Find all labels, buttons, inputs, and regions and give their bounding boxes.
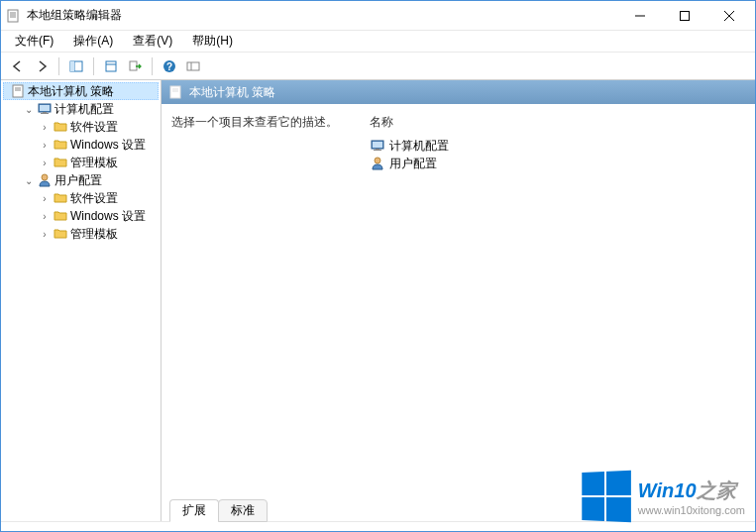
- menu-file[interactable]: 文件(F): [5, 31, 63, 52]
- export-button[interactable]: [124, 55, 146, 77]
- toolbar-separator: [93, 57, 94, 75]
- app-icon: [5, 8, 21, 24]
- computer-icon: [370, 138, 385, 154]
- forward-button[interactable]: [31, 55, 53, 77]
- menu-view[interactable]: 查看(V): [123, 31, 182, 52]
- close-button[interactable]: [706, 2, 751, 30]
- svg-rect-0: [8, 10, 18, 22]
- toolbar-separator: [152, 57, 153, 75]
- main-window: 本地组策略编辑器 文件(F) 操作(A) 查看(V) 帮助(H): [0, 0, 756, 532]
- collapse-icon[interactable]: ⌄: [23, 175, 35, 186]
- menu-help[interactable]: 帮助(H): [182, 31, 243, 52]
- svg-text:?: ?: [166, 61, 172, 72]
- tree-label: 管理模板: [70, 155, 118, 171]
- user-icon: [37, 172, 53, 188]
- tree-windows-settings[interactable]: › Windows 设置: [35, 136, 159, 154]
- show-hide-tree-button[interactable]: [65, 55, 87, 77]
- svg-rect-23: [43, 112, 47, 113]
- tree-label: 计算机配置: [54, 101, 114, 118]
- tree-user-config[interactable]: ⌄ 用户配置: [19, 171, 159, 189]
- folder-icon: [53, 137, 68, 153]
- tree-label: 管理模板: [70, 226, 118, 243]
- tree-computer-config[interactable]: ⌄ 计算机配置: [19, 100, 159, 118]
- back-button[interactable]: [7, 55, 29, 77]
- minimize-button[interactable]: [617, 2, 662, 30]
- statusbar: [1, 521, 755, 531]
- expand-icon[interactable]: ›: [39, 193, 51, 204]
- menubar: 文件(F) 操作(A) 查看(V) 帮助(H): [1, 31, 755, 53]
- list-item-label: 计算机配置: [389, 138, 449, 155]
- svg-point-25: [42, 174, 48, 180]
- expand-icon[interactable]: ›: [39, 158, 51, 168]
- expand-icon[interactable]: ›: [39, 140, 51, 151]
- menu-action[interactable]: 操作(A): [63, 31, 123, 52]
- tree-label: 本地计算机 策略: [28, 83, 114, 100]
- tree-label: 软件设置: [70, 190, 118, 207]
- watermark-url: www.win10xitong.com: [638, 504, 745, 516]
- properties-button[interactable]: [100, 55, 122, 77]
- tree-panel[interactable]: 本地计算机 策略 ⌄ 计算机配置 › 软件设置: [1, 80, 162, 521]
- details-title: 本地计算机 策略: [189, 84, 275, 101]
- description-text: 选择一个项目来查看它的描述。: [171, 114, 370, 131]
- content-area: 本地计算机 策略 ⌄ 计算机配置 › 软件设置: [1, 80, 755, 521]
- tree-label: Windows 设置: [70, 137, 146, 154]
- help-button[interactable]: ?: [159, 55, 180, 77]
- computer-icon: [37, 101, 53, 117]
- titlebar: 本地组策略编辑器: [1, 1, 755, 31]
- name-column: 名称 计算机配置 用户配置: [370, 114, 745, 489]
- tree-software-settings[interactable]: › 软件设置: [35, 189, 159, 207]
- watermark: Win10之家 www.win10xitong.com: [581, 472, 745, 521]
- expand-icon[interactable]: ›: [39, 122, 51, 133]
- windows-logo-icon: [582, 471, 631, 522]
- tab-extended[interactable]: 扩展: [169, 499, 219, 522]
- watermark-brand: Win10之家: [638, 478, 745, 504]
- maximize-button[interactable]: [662, 2, 706, 30]
- tree-root[interactable]: 本地计算机 策略: [3, 82, 159, 100]
- collapse-icon[interactable]: ⌄: [23, 104, 35, 115]
- svg-rect-18: [13, 85, 23, 97]
- svg-rect-26: [170, 86, 180, 98]
- toolbar-separator: [58, 57, 59, 75]
- tree-admin-templates[interactable]: › 管理模板: [35, 225, 159, 243]
- svg-rect-30: [373, 142, 382, 148]
- tree-windows-settings[interactable]: › Windows 设置: [35, 207, 159, 225]
- svg-rect-31: [376, 149, 379, 150]
- folder-icon: [53, 155, 68, 170]
- filter-button[interactable]: [182, 55, 204, 77]
- expand-icon[interactable]: ›: [39, 229, 51, 240]
- window-title: 本地组策略编辑器: [27, 7, 617, 24]
- policy-icon: [10, 83, 26, 99]
- tree-label: 软件设置: [70, 119, 118, 136]
- name-column-header: 名称: [370, 114, 745, 131]
- svg-rect-11: [106, 61, 116, 71]
- toolbar: ?: [1, 53, 755, 80]
- expand-icon[interactable]: ›: [39, 211, 51, 222]
- tree-admin-templates[interactable]: › 管理模板: [35, 154, 159, 171]
- details-panel: 本地计算机 策略 选择一个项目来查看它的描述。 名称 计算机配置: [162, 80, 755, 521]
- svg-rect-5: [680, 11, 689, 20]
- description-column: 选择一个项目来查看它的描述。: [171, 114, 370, 489]
- tree-software-settings[interactable]: › 软件设置: [35, 118, 159, 136]
- list-item-label: 用户配置: [389, 156, 437, 172]
- folder-icon: [53, 190, 68, 206]
- tree-label: Windows 设置: [70, 208, 146, 225]
- list-item-computer-config[interactable]: 计算机配置: [370, 137, 745, 155]
- tab-standard[interactable]: 标准: [218, 499, 268, 522]
- svg-rect-24: [41, 113, 49, 114]
- svg-rect-13: [130, 61, 137, 70]
- folder-icon: [53, 226, 68, 242]
- svg-rect-22: [40, 105, 50, 111]
- svg-rect-16: [187, 62, 199, 70]
- tree-label: 用户配置: [54, 172, 102, 189]
- list-item-user-config[interactable]: 用户配置: [370, 155, 745, 172]
- svg-rect-10: [70, 61, 74, 71]
- watermark-text: Win10之家 www.win10xitong.com: [638, 478, 745, 516]
- window-controls: [617, 2, 751, 30]
- details-body: 选择一个项目来查看它的描述。 名称 计算机配置 用户配置: [162, 104, 755, 499]
- svg-rect-32: [374, 150, 381, 151]
- policy-icon: [167, 84, 183, 100]
- folder-icon: [53, 119, 68, 135]
- svg-point-33: [375, 158, 380, 163]
- details-header: 本地计算机 策略: [162, 80, 755, 104]
- folder-icon: [53, 208, 68, 224]
